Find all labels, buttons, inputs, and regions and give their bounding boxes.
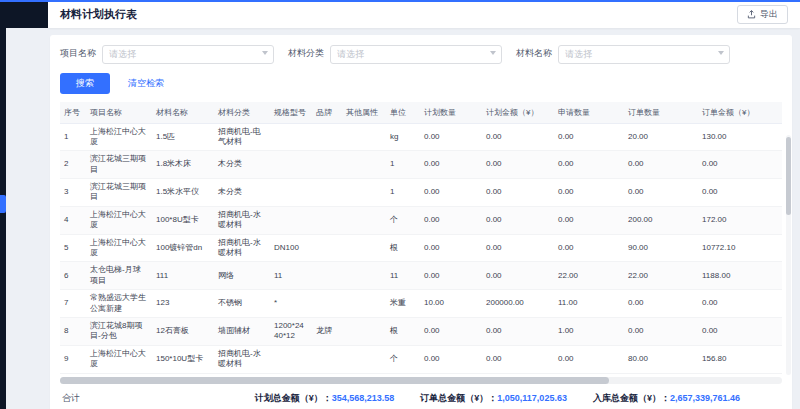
table-cell: 1.00: [554, 317, 624, 345]
table-cell: [312, 206, 342, 234]
horizontal-scrollbar-thumb[interactable]: [60, 377, 609, 384]
table-cell: 12石膏板: [152, 317, 214, 345]
column-header: 材料名称: [152, 102, 214, 124]
table-row: 3滨江花城三期项目1.5米水平仪未分类10.000.000.000.000.00: [60, 179, 782, 207]
table-cell: 0.00: [554, 234, 624, 262]
table-cell: 未分类: [214, 179, 270, 207]
filter-project-name-input[interactable]: [102, 45, 274, 64]
table-cell: 上海松江中心大厦: [86, 123, 152, 151]
column-header: 序号: [60, 102, 86, 124]
table-cell: 招商机电-电气材料: [214, 123, 270, 151]
table-cell: 0.00: [482, 317, 554, 345]
table-cell: 不锈钢: [214, 290, 270, 318]
table-cell: [270, 345, 312, 373]
filter-material-name-select[interactable]: [558, 43, 730, 64]
table-cell: 1.5米水平仪: [152, 179, 214, 207]
filter-material-category-input[interactable]: [330, 45, 502, 64]
table-cell: 200000.00: [482, 290, 554, 318]
filters-row: 项目名称 材料分类 材料名称: [60, 43, 782, 64]
table-cell: 米重: [386, 290, 420, 318]
column-header: 其他属性: [342, 102, 386, 124]
table-cell: 123: [152, 290, 214, 318]
filter-material-category-label: 材料分类: [288, 47, 324, 60]
chevron-down-icon: [262, 51, 268, 55]
table-cell: [270, 151, 312, 179]
table-cell: 0.00: [482, 179, 554, 207]
table-cell: 5: [60, 234, 86, 262]
table-cell: 1: [60, 123, 86, 151]
table-cell: 0.00: [554, 123, 624, 151]
table-row: 7常熟盛远大学生公寓新建123不锈钢*米重10.00200000.0011.00…: [60, 290, 782, 318]
table-cell: 80.00: [624, 345, 698, 373]
clear-search-link[interactable]: 清空检索: [128, 77, 164, 90]
table-cell: [270, 123, 312, 151]
table-cell: [270, 206, 312, 234]
table-cell: 7: [60, 290, 86, 318]
table-cell: [270, 179, 312, 207]
column-header: 计划金额（¥）: [482, 102, 554, 124]
table-cell: [342, 317, 386, 345]
table-row: 1上海松江中心大厦1.5匹招商机电-电气材料kg0.000.000.0020.0…: [60, 123, 782, 151]
table-cell: 0.00: [482, 345, 554, 373]
sidebar-expand-handle[interactable]: [0, 195, 6, 213]
table-cell: 22.00: [624, 262, 698, 290]
table-cell: 0.00: [482, 206, 554, 234]
table-cell: [342, 206, 386, 234]
export-button[interactable]: 导出: [737, 5, 788, 24]
materials-table: 序号项目名称材料名称材料分类规格型号品牌其他属性单位计划数量计划金额（¥）申请数…: [60, 102, 782, 374]
table-cell: 1: [386, 151, 420, 179]
table-cell: [312, 290, 342, 318]
table-cell: 111: [152, 262, 214, 290]
table-cell: [342, 290, 386, 318]
chevron-down-icon: [718, 51, 724, 55]
summary-row: 合计 计划总金额（¥）：354,568,213.58 订单总金额（¥）：1,05…: [60, 386, 782, 409]
content-area: 项目名称 材料分类 材料名称: [6, 28, 800, 409]
table-cell: kg: [386, 123, 420, 151]
filter-project-name-select[interactable]: [102, 43, 274, 64]
table-cell: [312, 179, 342, 207]
table-cell: 滨江花城8期项目-分包: [86, 317, 152, 345]
column-header: 订单数量: [624, 102, 698, 124]
main-card: 项目名称 材料分类 材料名称: [50, 35, 792, 409]
table-cell: 0.00: [554, 345, 624, 373]
search-button[interactable]: 搜索: [60, 73, 110, 94]
table-cell: 0.00: [698, 151, 782, 179]
order-total: 订单总金额（¥）：1,050,117,025.63: [420, 392, 567, 405]
page-title: 材料计划执行表: [60, 7, 137, 22]
table-cell: 1: [386, 179, 420, 207]
table-cell: 11: [270, 262, 312, 290]
table-cell: 个: [386, 206, 420, 234]
table-cell: 0.00: [420, 179, 482, 207]
table-cell: 0.00: [482, 262, 554, 290]
table-cell: 156.80: [698, 345, 782, 373]
table-cell: 4: [60, 206, 86, 234]
column-header: 单位: [386, 102, 420, 124]
table-cell: *: [270, 290, 312, 318]
vertical-scrollbar-thumb[interactable]: [786, 137, 791, 215]
table-cell: 172.00: [698, 206, 782, 234]
filter-material-name-input[interactable]: [558, 45, 730, 64]
table-cell: 200.00: [624, 206, 698, 234]
table-cell: 1.5匹: [152, 123, 214, 151]
horizontal-scrollbar[interactable]: [60, 377, 782, 384]
column-header: 品牌: [312, 102, 342, 124]
table-cell: 0.00: [624, 317, 698, 345]
table-cell: [342, 179, 386, 207]
sidebar-logo-block: [0, 0, 48, 28]
table-cell: 22.00: [554, 262, 624, 290]
table-cell: [312, 345, 342, 373]
table-cell: 10.00: [420, 290, 482, 318]
filter-project-name-label: 项目名称: [60, 47, 96, 60]
table-cell: [342, 345, 386, 373]
column-header: 项目名称: [86, 102, 152, 124]
column-header: 计划数量: [420, 102, 482, 124]
table-cell: 10772.10: [698, 234, 782, 262]
table-cell: 0.00: [420, 317, 482, 345]
table-cell: 墙面辅材: [214, 317, 270, 345]
table-cell: 0.00: [420, 206, 482, 234]
table-cell: 0.00: [698, 179, 782, 207]
vertical-scrollbar[interactable]: [786, 135, 791, 375]
table-cell: 滨江花城三期项目: [86, 179, 152, 207]
table-cell: 11.00: [554, 290, 624, 318]
filter-material-category-select[interactable]: [330, 43, 502, 64]
